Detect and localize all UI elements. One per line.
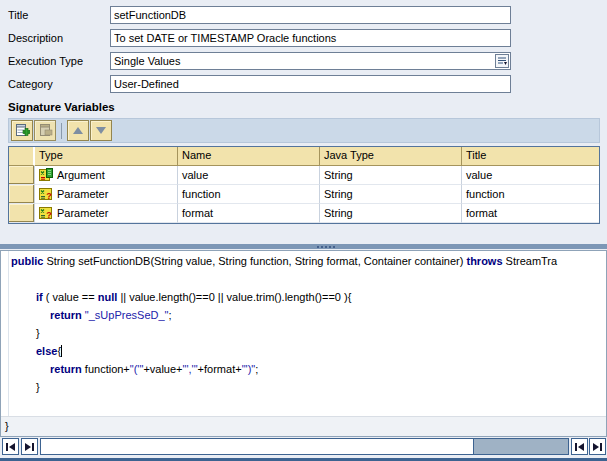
name-cell[interactable]: function bbox=[178, 185, 320, 204]
code-token: return bbox=[50, 309, 82, 321]
signature-variables-heading: Signature Variables bbox=[8, 101, 115, 113]
move-down-button[interactable] bbox=[90, 120, 112, 141]
type-cell[interactable]: Argument bbox=[35, 166, 178, 185]
code-token: "')" bbox=[242, 363, 256, 375]
title-cell[interactable]: function bbox=[462, 185, 599, 204]
signature-variables-table: Type Name Java Type Title Argument value… bbox=[8, 146, 600, 224]
delete-variable-icon bbox=[38, 123, 53, 138]
type-cell[interactable]: ? Parameter bbox=[35, 204, 178, 223]
title-field-row: Title bbox=[0, 6, 607, 25]
row-selector[interactable] bbox=[9, 166, 35, 185]
execution-type-label: Execution Type bbox=[8, 55, 83, 67]
svg-text:?: ? bbox=[46, 210, 52, 220]
column-header-type[interactable]: Type bbox=[35, 147, 178, 166]
scrollbar-track[interactable] bbox=[40, 438, 569, 455]
code-line-if: if ( value == null || value.length()==0 … bbox=[1, 291, 606, 309]
description-input[interactable] bbox=[111, 30, 510, 46]
category-field-box bbox=[110, 75, 511, 93]
closing-brace-line: } bbox=[1, 416, 606, 436]
java-type-cell[interactable]: String bbox=[320, 204, 462, 223]
signature-toolbar bbox=[8, 118, 600, 143]
scrollbar-thumb[interactable] bbox=[473, 439, 568, 454]
category-field-row: Category bbox=[0, 75, 607, 94]
code-token: } bbox=[36, 381, 40, 393]
execution-type-input[interactable] bbox=[111, 53, 510, 69]
code-token: String setFunctionDB(String value, Strin… bbox=[43, 255, 466, 267]
right-arrow-icon bbox=[593, 443, 599, 451]
code-token: ( value == bbox=[43, 291, 98, 303]
scroll-left-button[interactable] bbox=[2, 438, 19, 455]
code-body-textarea[interactable]: if ( value == null || value.length()==0 … bbox=[1, 291, 606, 399]
scroll-right-button[interactable] bbox=[21, 438, 38, 455]
delete-variable-button[interactable] bbox=[34, 120, 56, 141]
execution-type-field-box bbox=[110, 52, 511, 70]
table-row-value: Argument value String value bbox=[9, 166, 599, 185]
table-header-row: Type Name Java Type Title bbox=[9, 147, 599, 166]
java-type-cell[interactable]: String bbox=[320, 166, 462, 185]
execution-type-dropdown-button[interactable] bbox=[495, 54, 509, 68]
code-token: else bbox=[36, 345, 57, 357]
horizontal-splitter[interactable] bbox=[0, 244, 607, 249]
horizontal-scrollbar bbox=[0, 438, 607, 457]
code-token: ; bbox=[168, 309, 171, 321]
scroll-left-end-button[interactable] bbox=[571, 438, 588, 455]
name-cell[interactable]: value bbox=[178, 166, 320, 185]
name-cell[interactable]: format bbox=[178, 204, 320, 223]
move-up-button[interactable] bbox=[67, 120, 89, 141]
column-header-title[interactable]: Title bbox=[462, 147, 599, 166]
move-down-icon bbox=[96, 127, 106, 134]
splitter-grip-icon bbox=[317, 246, 335, 248]
column-header-java-type[interactable]: Java Type bbox=[320, 147, 462, 166]
category-input[interactable] bbox=[111, 76, 510, 92]
code-token: StreamTra bbox=[503, 255, 558, 267]
title-cell[interactable]: format bbox=[462, 204, 599, 223]
code-token: return bbox=[50, 363, 82, 375]
scroll-left-icon bbox=[575, 443, 577, 451]
code-token: throws bbox=[466, 255, 502, 267]
code-token: "_sUpPresSeD_" bbox=[85, 309, 169, 321]
title-cell[interactable]: value bbox=[462, 166, 599, 185]
left-arrow-icon bbox=[9, 443, 15, 451]
value-help-icon bbox=[497, 56, 507, 66]
selector-column-header bbox=[9, 147, 35, 166]
code-token: || value.length()==0 || value.trim().len… bbox=[117, 291, 351, 303]
code-token: "','" bbox=[183, 363, 198, 375]
code-token: ; bbox=[255, 363, 258, 375]
type-cell[interactable]: ? Parameter bbox=[35, 185, 178, 204]
parameter-icon: ? bbox=[39, 206, 53, 220]
svg-text:?: ? bbox=[46, 191, 52, 201]
title-input[interactable] bbox=[111, 7, 510, 23]
scroll-right-icon bbox=[32, 443, 34, 451]
add-variable-button[interactable] bbox=[11, 120, 33, 141]
description-label: Description bbox=[8, 32, 63, 44]
table-row-function: ? Parameter function String function bbox=[9, 185, 599, 204]
table-row-format: ? Parameter format String format bbox=[9, 204, 599, 223]
code-editor-panel: public String setFunctionDB(String value… bbox=[0, 250, 607, 437]
scroll-left-icon bbox=[6, 443, 8, 451]
code-token: public bbox=[11, 255, 43, 267]
column-header-name[interactable]: Name bbox=[178, 147, 320, 166]
move-up-icon bbox=[73, 127, 83, 134]
right-arrow-icon bbox=[25, 443, 31, 451]
code-token: "('" bbox=[130, 363, 144, 375]
code-line-return-function: return function+"('"+value+"','"+format+… bbox=[1, 363, 606, 381]
code-token: } bbox=[36, 327, 40, 339]
description-field-box bbox=[110, 29, 511, 47]
scroll-right-icon bbox=[600, 443, 602, 451]
row-selector[interactable] bbox=[9, 204, 35, 223]
java-type-cell[interactable]: String bbox=[320, 185, 462, 204]
scroll-right-end-button[interactable] bbox=[589, 438, 606, 455]
code-token: +value+ bbox=[143, 363, 182, 375]
row-selector[interactable] bbox=[9, 185, 35, 204]
code-line-close-else: } bbox=[1, 381, 606, 399]
category-label: Category bbox=[8, 78, 53, 90]
type-label: Argument bbox=[57, 169, 105, 181]
type-label: Parameter bbox=[57, 188, 108, 200]
title-label: Title bbox=[8, 9, 28, 21]
closing-brace: } bbox=[5, 420, 9, 432]
function-signature-line: public String setFunctionDB(String value… bbox=[1, 251, 606, 267]
code-token: if bbox=[36, 291, 43, 303]
type-label: Parameter bbox=[57, 207, 108, 219]
code-token: null bbox=[98, 291, 118, 303]
add-variable-icon bbox=[15, 123, 30, 138]
